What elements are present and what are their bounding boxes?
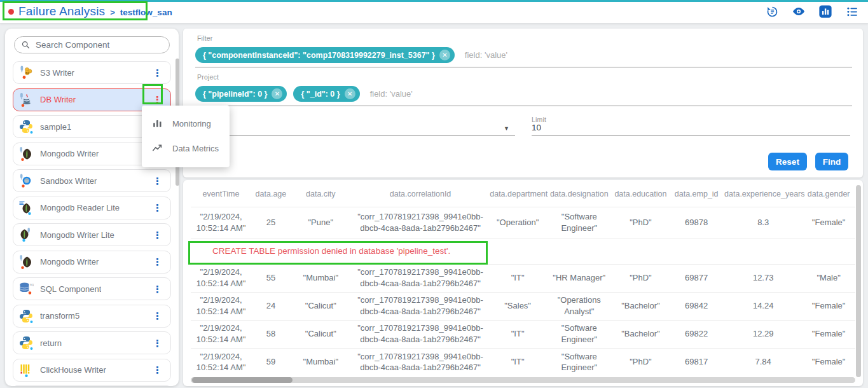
kebab-menu-icon[interactable]: ⋮ bbox=[150, 283, 165, 295]
chip-close-icon[interactable]: ✕ bbox=[272, 88, 282, 99]
sidebar-item-sql-component[interactable]: SQLSQL Component⋮ bbox=[13, 277, 171, 300]
sidebar-item-transform5[interactable]: transform5⋮ bbox=[13, 305, 171, 328]
project-placeholder: field: 'value' bbox=[370, 89, 413, 99]
component-label: sample1 bbox=[40, 122, 71, 132]
table-cell: "Operation" bbox=[490, 207, 546, 239]
chip-close-icon[interactable]: ✕ bbox=[345, 88, 355, 99]
table-cell: 69877 bbox=[668, 264, 724, 292]
table-cell: "2/19/2024, 10:52:14 AM" bbox=[191, 264, 251, 292]
vertical-scrollbar[interactable] bbox=[856, 185, 861, 377]
bar-chart-icon[interactable] bbox=[818, 4, 832, 18]
sidebar-item-mongodb-writer[interactable]: Mongodb Writer⋮ bbox=[13, 251, 171, 274]
table-row: "2/19/2024, 10:52:14 AM"25"Pune""corr_17… bbox=[191, 207, 855, 239]
reset-button[interactable]: Reset bbox=[768, 153, 807, 170]
kebab-menu-icon[interactable]: ⋮ bbox=[150, 310, 165, 322]
kebab-menu-icon[interactable]: ⋮ bbox=[150, 229, 165, 241]
kebab-menu-icon[interactable]: ⋮ bbox=[150, 67, 165, 79]
s3-icon: S3 bbox=[18, 65, 34, 80]
dropdown-caret-icon[interactable]: ▼ bbox=[504, 125, 509, 132]
table-cell: "Bachelor" bbox=[613, 292, 669, 320]
column-header: data.age bbox=[251, 181, 291, 207]
menu-item-data-metrics[interactable]: Data Metrics bbox=[142, 136, 230, 161]
sort-select[interactable] bbox=[195, 135, 515, 136]
monitoring-icon bbox=[151, 118, 163, 130]
search-icon bbox=[21, 40, 31, 50]
table-cell: "PhD" bbox=[613, 207, 669, 239]
kebab-menu-icon[interactable]: ⋮ bbox=[150, 175, 165, 187]
project-chip-text: { "pipelineId": 0 } bbox=[203, 90, 267, 99]
component-label: ClickHouse Writer bbox=[40, 365, 106, 375]
filter-chip[interactable]: { "componentInstanceId": "comp1708319992… bbox=[195, 47, 455, 63]
kebab-menu-icon[interactable]: ⋮ bbox=[150, 364, 165, 376]
component-label: SQL Component bbox=[40, 284, 101, 294]
sandbox-icon bbox=[18, 173, 34, 188]
query-panel: Filter { "componentInstanceId": "comp170… bbox=[183, 29, 863, 177]
kebab-menu-icon[interactable]: ⋮ bbox=[150, 256, 165, 268]
project-label: Project bbox=[197, 73, 219, 81]
sidebar-item-clickhouse-writer[interactable]: ClickHouse Writer⋮ bbox=[13, 359, 171, 382]
table-cell: "2/19/2024, 10:52:14 AM" bbox=[191, 320, 251, 348]
chip-close-icon[interactable]: ✕ bbox=[439, 50, 450, 60]
column-header: eventTime bbox=[191, 181, 251, 207]
kebab-menu-icon[interactable]: ⋮ bbox=[150, 202, 165, 214]
column-header: data.emp_id bbox=[668, 181, 724, 207]
table-cell: "Female" bbox=[802, 348, 855, 376]
search-component-box[interactable] bbox=[14, 36, 170, 53]
table-cell: 58 bbox=[251, 320, 291, 348]
table-cell: "corr_1707819217398_9941e0bb-dbcb-4caa-8… bbox=[351, 320, 490, 348]
sidebar-item-mongodb-writer-lite[interactable]: Mongodb Writer Lite⋮ bbox=[13, 223, 171, 246]
eye-icon[interactable] bbox=[792, 4, 806, 18]
sidebar-item-mongodb-reader-lite[interactable]: Mongodb Reader Lite⋮ bbox=[13, 197, 171, 219]
mongo-icon bbox=[18, 254, 34, 270]
project-chip[interactable]: { "_id": 0 }✕ bbox=[293, 86, 359, 102]
menu-item-monitoring[interactable]: Monitoring bbox=[142, 111, 230, 136]
breadcrumb-item[interactable]: testflow_san bbox=[120, 8, 172, 17]
table-cell: 25 bbox=[251, 207, 291, 239]
column-header: data.designation bbox=[546, 181, 613, 207]
list-icon[interactable] bbox=[845, 4, 859, 18]
component-label: Mongodb Writer bbox=[40, 149, 99, 158]
table-cell: "corr_1707819217398_9941e0bb-dbcb-4caa-8… bbox=[351, 264, 490, 292]
table-cell: "Calicut" bbox=[291, 320, 351, 348]
kebab-menu-icon[interactable]: ⋮ bbox=[150, 337, 165, 349]
app-window: Failure Analysis > testflow_san bbox=[0, 0, 868, 388]
table-cell: 69822 bbox=[668, 320, 724, 348]
svg-text:SQL: SQL bbox=[30, 283, 34, 286]
table-cell: "Operations Analyst" bbox=[546, 292, 613, 320]
project-input[interactable]: { "pipelineId": 0 }✕{ "_id": 0 }✕field: … bbox=[195, 86, 413, 102]
component-label: Mongodb Reader Lite bbox=[40, 203, 120, 212]
sidebar-item-sandbox-writer[interactable]: Sandbox Writer⋮ bbox=[13, 169, 171, 192]
table-cell: "PhD" bbox=[613, 264, 669, 292]
table-row: "2/19/2024, 10:52:14 AM"55"Mumbai""corr_… bbox=[191, 264, 855, 292]
filter-input[interactable]: { "componentInstanceId": "comp1708319992… bbox=[195, 47, 507, 63]
find-button[interactable]: Find bbox=[815, 153, 848, 170]
table-cell: "corr_1707819217398_9941e0bb-dbcb-4caa-8… bbox=[351, 292, 490, 320]
table-cell: "2/19/2024, 10:52:14 AM" bbox=[191, 207, 251, 239]
project-chip[interactable]: { "pipelineId": 0 }✕ bbox=[195, 86, 287, 102]
status-dot-icon bbox=[8, 9, 14, 15]
limit-input[interactable] bbox=[532, 123, 570, 132]
menu-item-label: Data Metrics bbox=[172, 144, 219, 153]
table-cell: "2/19/2024, 10:52:14 AM" bbox=[191, 348, 251, 376]
component-label: DB Writer bbox=[40, 95, 76, 104]
sidebar-item-s3-writer[interactable]: S3S3 Writer⋮ bbox=[13, 61, 171, 84]
filter-placeholder: field: 'value' bbox=[465, 50, 507, 60]
sql-icon: SQL bbox=[18, 281, 34, 296]
limit-underline bbox=[532, 135, 850, 136]
table-row: "2/19/2024, 10:52:14 AM"24"Calicut""corr… bbox=[191, 292, 855, 320]
mongoread-icon bbox=[18, 200, 34, 216]
table-cell: "Pune" bbox=[291, 207, 351, 239]
table-cell: "Mumbai" bbox=[291, 348, 351, 376]
error-row: CREATE TABLE permission denied in databa… bbox=[191, 239, 855, 264]
table-header-row: eventTimedata.agedata.citydata.correlati… bbox=[191, 181, 855, 207]
clickhouse-icon bbox=[18, 363, 34, 378]
history-restore-icon[interactable] bbox=[765, 4, 779, 18]
table-body: "2/19/2024, 10:52:14 AM"25"Pune""corr_17… bbox=[191, 207, 855, 376]
horizontal-scrollbar-thumb[interactable] bbox=[192, 377, 293, 383]
sidebar-item-return[interactable]: return⋮ bbox=[13, 331, 171, 354]
kebab-menu-icon[interactable]: ⋮ bbox=[150, 94, 165, 106]
horizontal-scrollbar[interactable] bbox=[191, 377, 855, 383]
table-cell: "IT" bbox=[490, 320, 546, 348]
svg-text:S3: S3 bbox=[25, 71, 29, 74]
search-input[interactable] bbox=[36, 40, 163, 50]
